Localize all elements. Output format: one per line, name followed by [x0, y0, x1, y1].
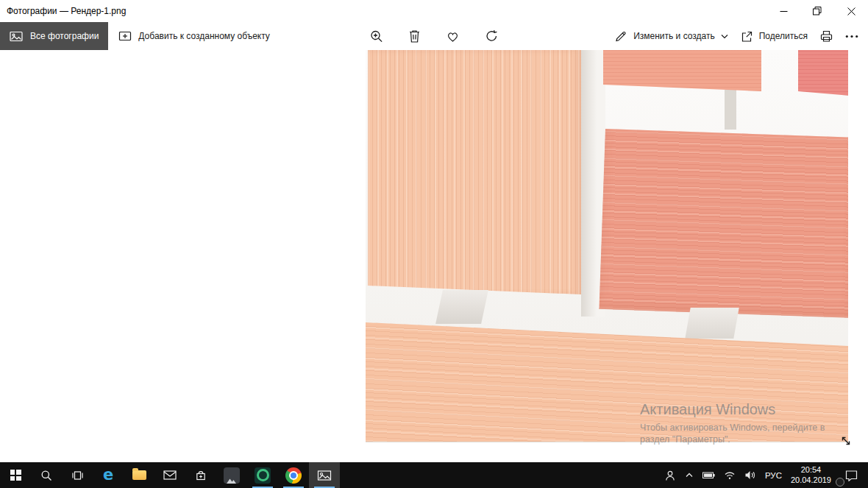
photo-gap	[435, 290, 488, 324]
notification-bubble-icon	[845, 470, 858, 481]
add-to-album-icon	[118, 30, 132, 42]
photos-logo-icon	[317, 470, 332, 481]
share-label: Поделиться	[759, 31, 808, 41]
rotate-icon	[485, 29, 499, 43]
photo-panel	[599, 129, 848, 318]
minimize-icon	[780, 7, 788, 15]
envelope-icon	[163, 470, 177, 480]
photo-collection-icon	[10, 30, 23, 42]
all-photos-button[interactable]: Все фотографии	[0, 22, 108, 50]
photos-app-window: Фотографии — Рендер-1.png Все фотографии	[0, 0, 868, 488]
close-button[interactable]	[834, 0, 868, 22]
all-photos-label: Все фотографии	[30, 31, 99, 41]
window-controls	[766, 0, 868, 22]
edit-pencil-icon	[614, 29, 627, 43]
search-icon	[40, 470, 52, 481]
printer-icon	[819, 29, 833, 43]
chrome-logo-icon	[285, 467, 302, 484]
taskbar-search-button[interactable]	[31, 462, 62, 488]
photo-canvas[interactable]: Активация Windows Чтобы активировать Win…	[0, 50, 868, 462]
battery-tray-button[interactable]	[702, 471, 715, 479]
window-title: Фотографии — Рендер-1.png	[0, 6, 766, 16]
photo-panel	[366, 315, 848, 442]
edit-create-label: Изменить и создать	[633, 31, 715, 41]
time-text: 20:54	[791, 465, 831, 475]
photo-panel	[368, 50, 581, 294]
file-explorer-icon[interactable]	[124, 462, 154, 488]
add-to-creation-label: Добавить к созданному объекту	[138, 31, 270, 41]
battery-icon	[702, 471, 715, 479]
store-app-icon[interactable]	[185, 462, 216, 488]
task-view-icon	[71, 470, 84, 481]
shopping-bag-icon	[195, 470, 207, 481]
photo-gap	[725, 90, 736, 130]
hidden-icons-button[interactable]	[685, 472, 694, 478]
circle-app-icon	[255, 467, 271, 484]
language-indicator[interactable]: РУС	[765, 471, 782, 480]
minimize-button[interactable]	[766, 0, 800, 22]
share-icon	[740, 30, 753, 43]
edit-create-button[interactable]: Изменить и создать	[614, 29, 728, 43]
start-button[interactable]	[0, 462, 31, 488]
add-to-creation-button[interactable]: Добавить к созданному объекту	[108, 22, 280, 50]
mail-app-icon[interactable]	[154, 462, 185, 488]
task-view-button[interactable]	[62, 462, 93, 488]
taskbar: e	[0, 462, 868, 488]
pinned-app-2-icon[interactable]	[247, 462, 278, 488]
more-button[interactable]	[845, 35, 858, 38]
graphics-app-icon	[224, 467, 240, 484]
restore-button[interactable]	[800, 0, 834, 22]
zoom-in-icon	[369, 29, 384, 43]
more-dots-icon	[845, 35, 858, 38]
fullscreen-toggle-button[interactable]	[839, 434, 853, 448]
network-tray-button[interactable]	[724, 470, 736, 480]
photo-panel	[798, 50, 848, 96]
edit-tools: Изменить и создать Поделиться	[614, 22, 868, 50]
people-tray-button[interactable]	[664, 470, 676, 481]
folder-icon	[132, 470, 146, 480]
delete-button[interactable]	[408, 29, 421, 43]
favorite-button[interactable]	[446, 29, 460, 43]
close-icon	[847, 7, 855, 15]
volume-tray-button[interactable]	[744, 470, 756, 480]
photo-gap	[685, 308, 739, 339]
person-icon	[664, 470, 676, 481]
share-button[interactable]: Поделиться	[740, 30, 808, 43]
chevron-up-icon	[685, 472, 694, 478]
wifi-icon	[724, 470, 736, 480]
photos-app-icon[interactable]	[309, 462, 340, 488]
date-text: 20.04.2019	[791, 475, 831, 486]
print-button[interactable]	[819, 29, 833, 43]
windows-logo-icon	[10, 470, 21, 481]
zoom-button[interactable]	[369, 29, 384, 43]
speaker-icon	[744, 470, 756, 480]
chevron-down-icon	[721, 34, 728, 39]
toolbar: Все фотографии Добавить к созданному объ…	[0, 22, 868, 50]
diagonal-resize-icon	[839, 434, 853, 448]
trash-icon	[408, 29, 421, 43]
restore-icon	[813, 7, 822, 15]
pinned-app-1-icon[interactable]	[216, 462, 247, 488]
edge-logo-icon: e	[103, 467, 113, 483]
heart-icon	[446, 29, 460, 43]
rotate-button[interactable]	[485, 29, 499, 43]
chrome-browser-icon[interactable]	[278, 462, 309, 488]
clock[interactable]: 20:54 20.04.2019	[791, 465, 831, 486]
photo-render	[366, 50, 848, 442]
edge-browser-icon[interactable]: e	[93, 462, 124, 488]
notification-badge	[836, 478, 844, 487]
action-center-button[interactable]	[840, 462, 862, 488]
view-tools	[369, 22, 499, 50]
system-tray: РУС 20:54 20.04.2019	[664, 462, 868, 488]
photo-panel	[603, 50, 761, 91]
titlebar: Фотографии — Рендер-1.png	[0, 0, 868, 22]
